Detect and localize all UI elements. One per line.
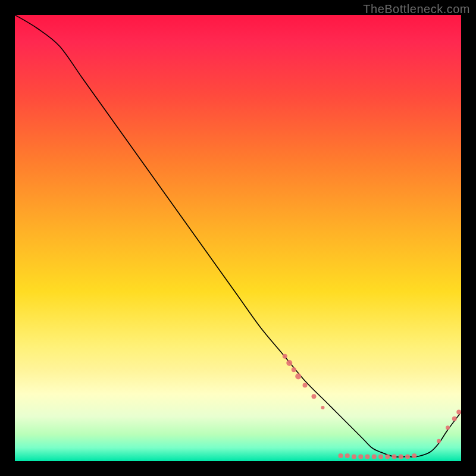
data-marker	[295, 374, 301, 380]
data-marker	[437, 439, 441, 443]
data-marker	[456, 410, 461, 415]
plot-area	[15, 15, 461, 461]
data-marker	[321, 406, 325, 409]
bottleneck-curve	[15, 15, 461, 457]
data-marker	[412, 453, 416, 458]
data-marker	[385, 455, 390, 459]
data-marker	[365, 455, 370, 459]
data-marker	[405, 455, 410, 459]
data-marker	[358, 455, 363, 459]
data-marker	[286, 360, 292, 366]
data-marker	[345, 453, 350, 458]
data-marker	[352, 455, 356, 459]
data-marker	[292, 367, 296, 372]
data-marker	[339, 453, 343, 458]
data-marker	[283, 354, 287, 359]
chart-svg	[15, 15, 461, 461]
data-markers-group	[283, 354, 461, 459]
data-marker	[372, 455, 377, 459]
watermark-text: TheBottleneck.com	[363, 2, 470, 16]
data-marker	[312, 394, 317, 399]
data-marker	[399, 455, 403, 459]
data-marker	[303, 383, 308, 388]
data-marker	[378, 455, 383, 459]
data-marker	[446, 425, 450, 430]
data-marker	[452, 416, 457, 421]
data-marker	[392, 455, 397, 459]
